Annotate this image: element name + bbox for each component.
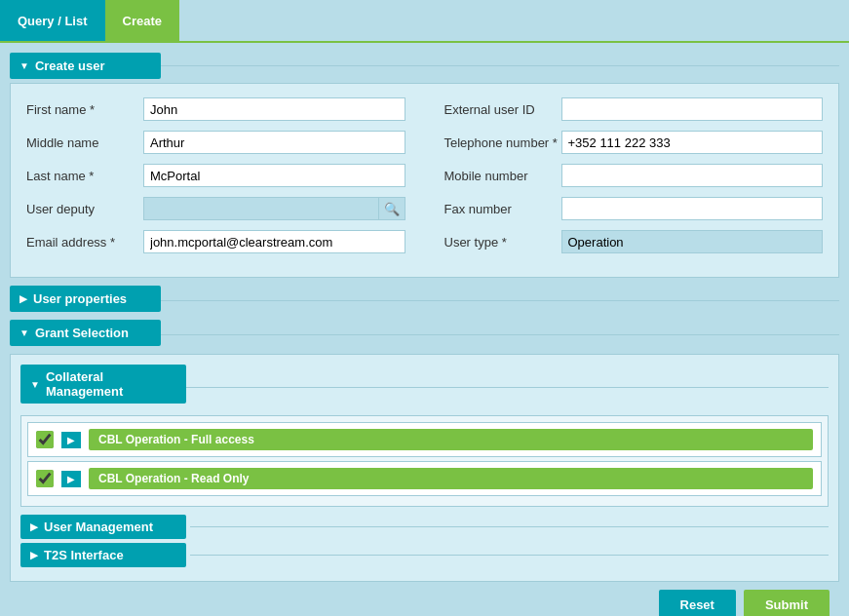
user-management-row: ▶ User Management [20,515,829,539]
tab-create-label: Create [123,14,162,28]
reset-button[interactable]: Reset [659,590,736,616]
first-name-label: First name * [26,102,143,117]
user-properties-divider [161,300,839,301]
first-name-input[interactable] [143,97,405,121]
tab-create[interactable]: Create [105,0,179,41]
fax-label: Fax number [444,202,561,216]
t2s-interface-title: T2S Interface [44,548,124,562]
external-user-id-row: External user ID [444,97,824,121]
mobile-row: Mobile number [444,164,824,187]
fax-row: Fax number [444,197,824,220]
grant-selection-content: ▼ Collateral Management ▶ CBL Operation … [10,354,839,582]
user-management-arrow: ▶ [30,521,38,532]
collateral-management-subsection: ▼ Collateral Management ▶ CBL Operation … [20,365,829,507]
user-deputy-label: User deputy [26,202,143,216]
grant-item-cbl-read-label: CBL Operation - Read Only [89,468,813,489]
grant-item-cbl-read: ▶ CBL Operation - Read Only [27,461,822,496]
mobile-label: Mobile number [444,169,561,183]
top-tabs: Query / List Create [0,0,849,43]
telephone-input[interactable] [561,131,824,154]
last-name-row: Last name * [26,164,405,187]
middle-name-label: Middle name [26,135,143,150]
collateral-management-arrow: ▼ [30,379,40,390]
grant-selection-divider [161,334,839,335]
collateral-management-title: Collateral Management [46,369,176,399]
user-management-title: User Management [44,520,153,534]
collateral-management-header[interactable]: ▼ Collateral Management [20,365,186,404]
tab-query-list[interactable]: Query / List [0,0,105,41]
telephone-row: Telephone number * [444,131,824,154]
user-deputy-input[interactable] [143,197,379,220]
grant-item-cbl-full-label: CBL Operation - Full access [89,429,813,450]
grant-selection-section: ▼ Grant Selection [10,320,839,350]
form-right-col: External user ID Telephone number * Mobi… [444,97,824,263]
grant-selection-title: Grant Selection [35,326,129,340]
last-name-input[interactable] [143,164,405,187]
t2s-interface-divider [190,555,829,556]
middle-name-row: Middle name [26,131,405,154]
middle-name-input[interactable] [143,131,405,154]
email-input[interactable] [143,230,405,253]
grant-item-cbl-full: ▶ CBL Operation - Full access [27,422,822,457]
user-properties-section: ▶ User properties [10,286,839,316]
mobile-input[interactable] [561,164,824,187]
grant-item-cbl-read-expand[interactable]: ▶ [61,471,81,487]
collateral-management-divider [186,387,829,388]
external-user-id-label: External user ID [444,102,561,117]
create-user-section: ▼ Create user First name * Middle name [10,53,839,278]
form-grid: First name * Middle name Last name * Use… [26,97,823,263]
user-deputy-field-wrap: 🔍 [143,197,405,220]
user-properties-title: User properties [33,291,127,306]
first-name-row: First name * [26,97,405,121]
grant-selection-header[interactable]: ▼ Grant Selection [10,320,161,346]
create-user-arrow: ▼ [19,60,29,71]
collateral-management-items: ▶ CBL Operation - Full access ▶ CBL Oper… [20,415,829,507]
last-name-label: Last name * [26,169,143,183]
create-user-divider [161,65,839,66]
email-label: Email address * [26,235,143,250]
user-type-label: User type * [444,235,561,250]
user-type-input[interactable] [561,230,824,253]
tab-query-list-label: Query / List [18,14,88,28]
telephone-label: Telephone number * [444,135,561,150]
main-content: ▼ Create user First name * Middle name [0,43,849,616]
user-type-row: User type * [444,230,824,253]
user-properties-arrow: ▶ [19,293,27,304]
t2s-interface-arrow: ▶ [30,550,38,560]
grant-item-cbl-full-expand[interactable]: ▶ [61,432,81,448]
grant-item-cbl-full-checkbox[interactable] [36,431,54,448]
grant-selection-arrow: ▼ [19,327,29,338]
user-management-header[interactable]: ▶ User Management [20,515,186,539]
external-user-id-input[interactable] [561,97,824,121]
t2s-interface-header[interactable]: ▶ T2S Interface [20,543,186,567]
grant-item-cbl-read-checkbox[interactable] [36,470,54,487]
bottom-bar: Reset Submit [10,582,839,616]
user-deputy-search-button[interactable]: 🔍 [379,197,405,220]
user-management-divider [190,526,829,527]
create-user-panel: First name * Middle name Last name * Use… [10,83,839,278]
create-user-header[interactable]: ▼ Create user [10,53,161,79]
email-row: Email address * [26,230,405,253]
submit-button[interactable]: Submit [744,590,830,616]
form-left-col: First name * Middle name Last name * Use… [26,97,405,263]
user-properties-header[interactable]: ▶ User properties [10,286,161,312]
t2s-interface-row: ▶ T2S Interface [20,543,829,567]
create-user-title: Create user [35,58,105,73]
user-deputy-row: User deputy 🔍 [26,197,405,220]
fax-input[interactable] [561,197,824,220]
